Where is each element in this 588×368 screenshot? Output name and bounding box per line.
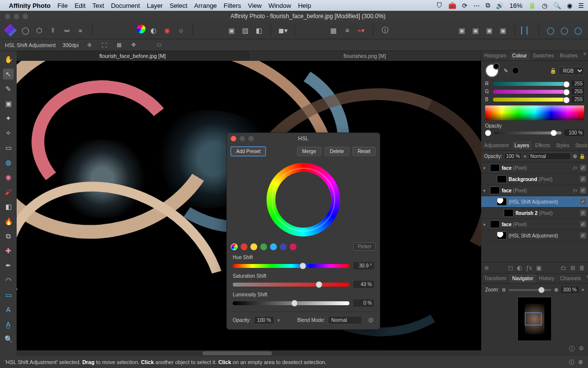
second-swatch[interactable] [512, 67, 519, 74]
tool-selection-brush[interactable]: ✦ [3, 113, 14, 124]
add-preset-button[interactable]: Add Preset [231, 147, 266, 156]
persona-tone-icon[interactable]: ⫘ [61, 25, 73, 36]
app-name[interactable]: Affinity Photo [9, 2, 50, 9]
hsl-swatch[interactable] [280, 243, 287, 250]
hsl-titlebar[interactable]: HSL [227, 133, 380, 144]
tool-dodge[interactable]: 🔥 [3, 216, 14, 227]
hsl-swatch[interactable] [260, 243, 267, 250]
hsl-gear-icon[interactable]: ⚙ [368, 316, 374, 324]
layer-visible-check[interactable]: ✓ [580, 210, 586, 216]
menu-edit[interactable]: Edit [74, 2, 85, 9]
val-b[interactable]: 255 [571, 96, 584, 103]
tool-clone[interactable]: ⧉ [3, 231, 14, 241]
arrange-forward-icon[interactable]: ▣ [483, 25, 495, 36]
hsl-swatch[interactable] [231, 243, 238, 250]
menu-text[interactable]: Text [93, 2, 104, 9]
tool-erase[interactable]: ◧ [3, 201, 14, 212]
ctx-lasso-icon[interactable]: ⬭ [155, 41, 163, 49]
arrange-back-icon[interactable]: ▣ [456, 25, 467, 36]
select-all-icon[interactable]: ▣ [225, 25, 237, 36]
persona-liquify-icon[interactable]: ⬡ [33, 25, 45, 36]
search-icon[interactable]: 🔍 [553, 2, 561, 9]
tool-text[interactable]: A [3, 304, 14, 315]
layer-visible-check[interactable]: ✓ [580, 233, 586, 238]
layer-expand-icon[interactable]: ▾ [483, 165, 488, 171]
doc-tab-1[interactable]: flourishes.png [M] [249, 51, 481, 61]
siri-icon[interactable]: ◉ [567, 2, 572, 9]
layer-row[interactable]: ▾face (Pixel)ƒx✓ [481, 185, 588, 196]
layer-crop-icon[interactable]: ▣ [536, 264, 541, 271]
nav-info-icon[interactable]: ⓘ [569, 345, 575, 353]
spectrum-picker[interactable] [485, 105, 584, 120]
layer-visible-check[interactable]: ✓ [580, 199, 586, 205]
dots-icon[interactable]: ⋯ [473, 2, 480, 9]
traffic-lights[interactable] [5, 14, 28, 19]
menu-document[interactable]: Document [111, 2, 140, 9]
layer-blend-icon[interactable]: ≋ [484, 264, 489, 271]
tab-history[interactable]: History [536, 274, 557, 283]
menu-help[interactable]: Help [298, 2, 311, 9]
layer-row[interactable]: flourish 2 (Pixel)✓ [481, 208, 588, 219]
persona-export-icon[interactable]: ∝ [74, 25, 86, 36]
lock-layer-icon[interactable]: 🔒 [579, 154, 585, 159]
tool-flood-fill[interactable]: ◍ [3, 157, 14, 168]
layer-group-icon[interactable]: 🗀 [561, 264, 566, 271]
volume-icon[interactable]: 🔊 [496, 2, 504, 9]
ctx-target-icon[interactable]: ⊕ [86, 41, 94, 49]
tab-effects[interactable]: Effects [532, 141, 553, 150]
layer-expand-icon[interactable]: ▾ [483, 188, 488, 193]
hue-value[interactable]: 30.9 ° [353, 262, 374, 269]
layer-trash-icon[interactable]: 🗑 [579, 264, 585, 271]
bool-add-icon[interactable]: ◯ [545, 25, 557, 36]
sat-slider[interactable] [233, 283, 349, 287]
reset-button[interactable]: Reset [352, 147, 376, 156]
layer-visible-check[interactable]: ✓ [580, 187, 586, 193]
tool-frame-text[interactable]: A̲ [3, 319, 14, 330]
clock-icon[interactable]: ◷ [542, 2, 547, 9]
fg-colour-swatch[interactable] [485, 64, 499, 78]
tab-swatches[interactable]: Swatches [530, 51, 557, 60]
menu-file[interactable]: File [57, 2, 68, 9]
persona-develop-icon[interactable]: ⦀ [47, 25, 59, 36]
layer-row[interactable]: (HSL Shift Adjustment)✓ [481, 230, 588, 241]
shield-icon[interactable]: ⛉ [436, 2, 442, 9]
battery-pct[interactable]: 16% [510, 2, 522, 9]
lum-slider[interactable] [233, 301, 349, 305]
canvas-scrollbar-h[interactable] [17, 350, 481, 356]
status-info-icon[interactable]: ⓘ [569, 359, 574, 366]
hsl-swatch[interactable] [290, 243, 296, 250]
tool-paint-brush[interactable]: 🖌 [3, 186, 14, 197]
wifi-icon[interactable]: ⧉ [486, 1, 490, 9]
picker-button[interactable]: Picker [353, 242, 376, 251]
layer-add-icon[interactable]: ⊞ [570, 264, 575, 271]
opacity-value[interactable]: 100 % [564, 130, 584, 136]
delete-button[interactable]: Delete [324, 147, 349, 156]
hsl-blend-select[interactable]: Normal [328, 316, 362, 324]
layer-row[interactable]: ▾face (Pixel)✓ [481, 219, 588, 230]
tool-zoom[interactable]: 🔍 [3, 334, 14, 344]
tab-styles[interactable]: Styles [553, 141, 572, 150]
merge-button[interactable]: Merge [297, 147, 321, 156]
auto-colours-icon[interactable]: ◉ [161, 25, 173, 36]
layer-visible-check[interactable]: ✓ [580, 165, 586, 171]
ctx-corners-icon[interactable]: ⛶ [100, 41, 108, 49]
persona-photo-icon[interactable]: ◯ [20, 25, 31, 36]
navigator-thumbnail[interactable] [517, 297, 552, 341]
tab-stock[interactable]: Stock [572, 141, 588, 150]
list-icon[interactable]: ☰ [578, 2, 584, 9]
tool-healing[interactable]: ✚ [3, 245, 14, 256]
tool-move[interactable]: ↖ [3, 69, 14, 79]
tab-transform[interactable]: Transform [481, 274, 509, 283]
tab-brushes[interactable]: Brushes [557, 51, 581, 60]
arrange-front-icon[interactable]: ▣ [497, 25, 509, 36]
hsl-opacity-value[interactable]: 100 % [254, 316, 274, 324]
slider-r[interactable] [493, 82, 568, 86]
layer-row[interactable]: ▾face (Pixel)ƒx✓ [481, 162, 588, 174]
ctx-grid-icon[interactable]: ▦ [115, 41, 123, 49]
tool-pen[interactable]: ✒ [3, 260, 14, 271]
tab-navigator[interactable]: Navigator [509, 274, 536, 283]
eyedropper-icon[interactable]: ✎ [504, 68, 508, 74]
bg-colour-swatch[interactable] [493, 63, 500, 70]
layers-opacity-value[interactable]: 100 % [504, 153, 522, 160]
doc-tab-0[interactable]: flourish_face_before.jpg [M] [17, 51, 249, 61]
